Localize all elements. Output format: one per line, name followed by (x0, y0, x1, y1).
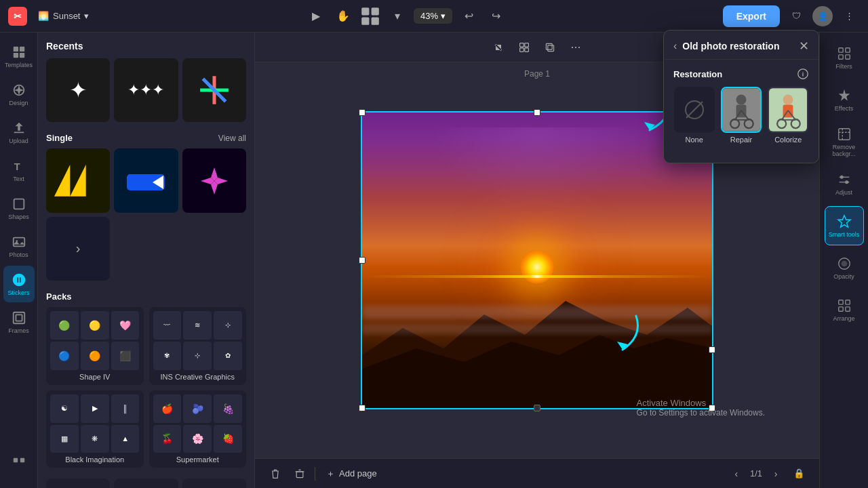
svg-rect-12 (13, 237, 24, 246)
bottom-bar: ＋ Add page ‹ 1/1 › 🔒 (255, 458, 819, 488)
resize-handle-ml[interactable] (359, 257, 366, 264)
remove-bg-tool[interactable]: Remove backgr... (825, 122, 864, 161)
face-sticker-3[interactable]: 😁 (182, 479, 246, 488)
sidebar-item-stickers[interactable]: Stickers (3, 266, 35, 302)
pack-preview-item: ║ (111, 394, 140, 423)
restoration-option-none[interactable]: None (673, 87, 715, 144)
sidebar-label-photos: Photos (9, 251, 28, 258)
sidebar-item-photos[interactable]: Photos (3, 228, 35, 264)
single-header: Single View all (46, 133, 246, 143)
play-button[interactable]: ▶ (305, 5, 327, 27)
shield-icon-button[interactable]: 🛡 (785, 5, 807, 27)
page-counter: 1/1 (750, 468, 762, 479)
sidebar-label-shapes: Shapes (8, 214, 29, 220)
pack-supermarket-preview: 🍎 🫐 🍇 🍒 🌸 🍓 (153, 394, 243, 453)
toolbar-center: ▶ ✋ ▾ 43% ▾ ↩ ↪ (94, 5, 717, 27)
resize-handle-bl[interactable] (359, 405, 366, 411)
resize-handle-tl[interactable] (359, 109, 366, 116)
sidebar-item-more[interactable] (3, 446, 35, 483)
restoration-panel-header: ‹ Old photo restoration ✕ (664, 33, 818, 60)
recent-sticker-1[interactable]: ✦ (46, 58, 110, 122)
resize-handle-mr[interactable] (709, 346, 715, 353)
back-button[interactable]: ‹ (673, 40, 677, 52)
more-actions-button[interactable]: ··· (564, 37, 587, 58)
zoom-control[interactable]: 43% ▾ (414, 8, 452, 24)
pan-button[interactable]: ✋ (332, 5, 354, 27)
delete-page-button[interactable] (266, 464, 285, 483)
sidebar-item-shapes[interactable]: Shapes (3, 190, 35, 226)
smart-tools-tool[interactable]: Smart tools (825, 206, 864, 245)
resize-handle-br[interactable] (709, 405, 715, 411)
pack-preview-item: 🟡 (81, 311, 109, 340)
sidebar-item-design[interactable]: Design (3, 76, 35, 113)
adjust-tool[interactable]: Adjust (825, 164, 864, 203)
restoration-section-label: Restoration (673, 68, 809, 80)
pack-preview-item: 〰 (153, 311, 182, 340)
pack-supermarket[interactable]: 🍎 🫐 🍇 🍒 🌸 🍓 Supermarket (149, 390, 247, 468)
sidebar-item-frames[interactable]: Frames (3, 304, 35, 340)
option-colorize-preview (768, 87, 808, 133)
pack-preview-item: 🍓 (214, 425, 242, 453)
layout-dropdown-button[interactable]: ▾ (387, 5, 408, 27)
single-sticker-1[interactable] (46, 148, 110, 212)
crop-button[interactable] (487, 37, 510, 58)
pack-black-imagination[interactable]: ☯ ▶ ║ ▦ ❋ ▲ Black Imagination (46, 390, 144, 468)
single-grid: › (46, 148, 246, 281)
sidebar-item-upload[interactable]: Upload (3, 114, 35, 150)
effects-tool[interactable]: Effects (825, 80, 864, 119)
face-sticker-1[interactable]: 😊 (46, 479, 110, 488)
face-stickers-grid: 😊 😄 😁 😀 😂 😃 (46, 479, 246, 488)
none-icon (685, 100, 704, 119)
svg-rect-47 (838, 300, 842, 304)
trash-button[interactable] (290, 464, 309, 483)
lock-button[interactable]: 🔒 (789, 464, 808, 483)
svg-rect-16 (16, 314, 22, 321)
pack-shape-iv[interactable]: 🟢 🟡 🩷 🔵 🟠 ⬛ Shape IV (46, 307, 144, 385)
restoration-close-button[interactable]: ✕ (799, 39, 809, 54)
svg-rect-15 (13, 312, 24, 323)
single-sticker-3[interactable] (182, 148, 246, 212)
pack-ins-creative[interactable]: 〰 ≋ ⊹ ✾ ⊹ ✿ INS Creative Graphics (149, 307, 247, 385)
packs-title: Packs (46, 291, 72, 302)
opacity-tool[interactable]: Opacity (825, 248, 864, 287)
topbar: ✂ 🌅 Sunset ▾ ▶ ✋ ▾ 43% ▾ ↩ ↪ Export 🛡 👤 … (0, 0, 868, 33)
sidebar-item-text[interactable]: T Text (3, 152, 35, 188)
pack-preview-item: 🟠 (81, 342, 109, 370)
undo-button[interactable]: ↩ (458, 5, 479, 27)
restoration-option-colorize[interactable]: Colorize (768, 87, 809, 144)
resize-handle-bm[interactable] (534, 405, 540, 411)
export-button[interactable]: Export (723, 5, 780, 27)
pack-black-name: Black Imagination (50, 455, 140, 464)
single-view-all[interactable]: View all (218, 134, 246, 143)
pack-preview-item: 🩷 (111, 311, 140, 340)
svg-rect-49 (838, 306, 842, 310)
svg-rect-3 (372, 17, 379, 24)
arrange-tool[interactable]: Arrange (825, 290, 864, 329)
add-page-button[interactable]: ＋ Add page (321, 465, 382, 483)
recent-sticker-3[interactable] (182, 58, 246, 122)
next-page-button[interactable]: › (768, 466, 784, 482)
resize-handle-tm[interactable] (534, 109, 540, 116)
project-dropdown-icon[interactable]: ▾ (84, 11, 89, 21)
restoration-info-icon[interactable] (797, 68, 809, 80)
canvas-frame[interactable] (361, 111, 713, 409)
sidebar-label-frames: Frames (8, 327, 29, 334)
single-sticker-next[interactable]: › (46, 217, 110, 281)
more-options-button[interactable]: ⋮ (838, 5, 860, 27)
prev-page-button[interactable]: ‹ (728, 466, 745, 482)
face-sticker-2[interactable]: 😄 (114, 479, 178, 488)
copy-button[interactable] (538, 37, 561, 58)
sidebar-item-templates[interactable]: Templates (3, 38, 35, 75)
restoration-option-repair[interactable]: Repair (720, 87, 762, 144)
recent-sticker-2[interactable]: ✦✦✦ (114, 58, 178, 122)
grid-button[interactable] (513, 37, 536, 58)
pack-preview-item: ✾ (153, 342, 182, 370)
avatar[interactable]: 👤 (812, 6, 833, 26)
filters-tool[interactable]: Filters (825, 38, 864, 77)
pack-preview-item: ▲ (111, 425, 140, 453)
redo-button[interactable]: ↪ (485, 5, 507, 27)
svg-rect-37 (838, 54, 842, 58)
layout-button[interactable] (359, 5, 381, 27)
single-sticker-2[interactable] (114, 148, 178, 212)
svg-rect-26 (520, 43, 524, 47)
